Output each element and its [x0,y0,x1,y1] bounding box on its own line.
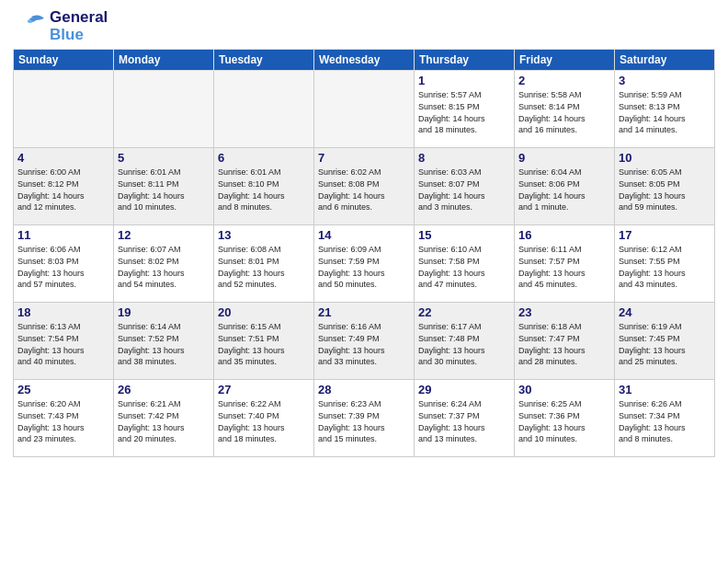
day-number: 25 [17,383,109,396]
table-cell: 9Sunrise: 6:04 AM Sunset: 8:06 PM Daylig… [515,148,615,225]
day-info: Sunrise: 6:02 AM Sunset: 8:08 PM Dayligh… [318,167,410,213]
day-number: 19 [118,305,210,319]
day-info: Sunrise: 6:05 AM Sunset: 8:05 PM Dayligh… [619,167,711,213]
day-number: 28 [318,383,410,396]
table-cell: 13Sunrise: 6:08 AM Sunset: 8:01 PM Dayli… [214,225,314,303]
day-info: Sunrise: 6:06 AM Sunset: 8:03 PM Dayligh… [17,244,109,290]
day-info: Sunrise: 6:20 AM Sunset: 7:43 PM Dayligh… [17,398,109,444]
day-number: 9 [518,151,610,165]
day-info: Sunrise: 5:59 AM Sunset: 8:13 PM Dayligh… [619,89,711,135]
header: General Blue [13,9,715,43]
day-info: Sunrise: 6:08 AM Sunset: 8:01 PM Dayligh… [218,244,310,290]
table-cell: 19Sunrise: 6:14 AM Sunset: 7:52 PM Dayli… [114,303,214,380]
day-info: Sunrise: 6:11 AM Sunset: 7:57 PM Dayligh… [518,244,610,290]
table-cell: 10Sunrise: 6:05 AM Sunset: 8:05 PM Dayli… [615,148,715,225]
day-number: 12 [118,228,210,242]
logo-icon [13,11,48,42]
day-number: 22 [418,305,510,319]
col-thursday: Thursday [415,50,515,71]
day-info: Sunrise: 6:04 AM Sunset: 8:06 PM Dayligh… [518,167,610,213]
day-info: Sunrise: 6:17 AM Sunset: 7:48 PM Dayligh… [418,321,510,367]
day-info: Sunrise: 6:26 AM Sunset: 7:34 PM Dayligh… [619,398,711,444]
logo: General Blue [13,9,108,43]
col-monday: Monday [114,50,214,71]
table-cell: 24Sunrise: 6:19 AM Sunset: 7:45 PM Dayli… [615,303,715,380]
day-info: Sunrise: 6:14 AM Sunset: 7:52 PM Dayligh… [118,321,210,367]
day-number: 1 [418,74,510,87]
day-number: 5 [118,151,210,165]
day-info: Sunrise: 6:18 AM Sunset: 7:47 PM Dayligh… [518,321,610,367]
table-cell: 2Sunrise: 5:58 AM Sunset: 8:14 PM Daylig… [515,71,615,148]
day-number: 3 [619,74,711,87]
day-number: 7 [318,151,410,165]
day-info: Sunrise: 5:57 AM Sunset: 8:15 PM Dayligh… [418,89,510,135]
table-cell: 18Sunrise: 6:13 AM Sunset: 7:54 PM Dayli… [14,303,114,380]
day-number: 21 [318,305,410,319]
table-cell: 28Sunrise: 6:23 AM Sunset: 7:39 PM Dayli… [314,380,415,457]
day-info: Sunrise: 6:16 AM Sunset: 7:49 PM Dayligh… [318,321,410,367]
day-info: Sunrise: 6:23 AM Sunset: 7:39 PM Dayligh… [318,398,410,444]
day-number: 2 [518,74,610,87]
col-sunday: Sunday [14,50,114,71]
table-cell: 22Sunrise: 6:17 AM Sunset: 7:48 PM Dayli… [415,303,515,380]
day-number: 31 [619,383,711,396]
day-info: Sunrise: 6:10 AM Sunset: 7:58 PM Dayligh… [418,244,510,290]
logo-general: General [50,9,108,27]
table-cell: 16Sunrise: 6:11 AM Sunset: 7:57 PM Dayli… [515,225,615,303]
day-number: 8 [418,151,510,165]
table-cell: 3Sunrise: 5:59 AM Sunset: 8:13 PM Daylig… [615,71,715,148]
table-cell: 25Sunrise: 6:20 AM Sunset: 7:43 PM Dayli… [14,380,114,457]
table-row: 4Sunrise: 6:00 AM Sunset: 8:12 PM Daylig… [14,148,715,225]
day-info: Sunrise: 6:22 AM Sunset: 7:40 PM Dayligh… [218,398,310,444]
day-info: Sunrise: 6:01 AM Sunset: 8:10 PM Dayligh… [218,167,310,213]
day-info: Sunrise: 6:00 AM Sunset: 8:12 PM Dayligh… [17,167,109,213]
table-cell: 21Sunrise: 6:16 AM Sunset: 7:49 PM Dayli… [314,303,415,380]
day-number: 23 [518,305,610,319]
day-number: 17 [619,228,711,242]
day-info: Sunrise: 6:19 AM Sunset: 7:45 PM Dayligh… [619,321,711,367]
table-cell: 30Sunrise: 6:25 AM Sunset: 7:36 PM Dayli… [515,380,615,457]
day-number: 29 [418,383,510,396]
day-number: 13 [218,228,310,242]
day-info: Sunrise: 6:01 AM Sunset: 8:11 PM Dayligh… [118,167,210,213]
day-info: Sunrise: 6:25 AM Sunset: 7:36 PM Dayligh… [518,398,610,444]
table-cell [314,71,415,148]
table-cell: 4Sunrise: 6:00 AM Sunset: 8:12 PM Daylig… [14,148,114,225]
day-info: Sunrise: 6:12 AM Sunset: 7:55 PM Dayligh… [619,244,711,290]
table-cell: 17Sunrise: 6:12 AM Sunset: 7:55 PM Dayli… [615,225,715,303]
day-number: 16 [518,228,610,242]
table-cell: 11Sunrise: 6:06 AM Sunset: 8:03 PM Dayli… [14,225,114,303]
day-info: Sunrise: 6:21 AM Sunset: 7:42 PM Dayligh… [118,398,210,444]
table-cell: 7Sunrise: 6:02 AM Sunset: 8:08 PM Daylig… [314,148,415,225]
table-cell: 5Sunrise: 6:01 AM Sunset: 8:11 PM Daylig… [114,148,214,225]
table-cell: 6Sunrise: 6:01 AM Sunset: 8:10 PM Daylig… [214,148,314,225]
day-info: Sunrise: 6:07 AM Sunset: 8:02 PM Dayligh… [118,244,210,290]
header-row: Sunday Monday Tuesday Wednesday Thursday… [14,50,715,71]
col-wednesday: Wednesday [314,50,415,71]
day-number: 10 [619,151,711,165]
day-number: 11 [17,228,109,242]
day-info: Sunrise: 5:58 AM Sunset: 8:14 PM Dayligh… [518,89,610,135]
day-info: Sunrise: 6:24 AM Sunset: 7:37 PM Dayligh… [418,398,510,444]
table-cell: 29Sunrise: 6:24 AM Sunset: 7:37 PM Dayli… [415,380,515,457]
table-cell: 27Sunrise: 6:22 AM Sunset: 7:40 PM Dayli… [214,380,314,457]
table-row: 25Sunrise: 6:20 AM Sunset: 7:43 PM Dayli… [14,380,715,457]
table-row: 1Sunrise: 5:57 AM Sunset: 8:15 PM Daylig… [14,71,715,148]
day-number: 26 [118,383,210,396]
day-number: 24 [619,305,711,319]
table-cell: 8Sunrise: 6:03 AM Sunset: 8:07 PM Daylig… [415,148,515,225]
day-number: 14 [318,228,410,242]
table-cell: 23Sunrise: 6:18 AM Sunset: 7:47 PM Dayli… [515,303,615,380]
day-number: 27 [218,383,310,396]
col-friday: Friday [515,50,615,71]
table-cell: 1Sunrise: 5:57 AM Sunset: 8:15 PM Daylig… [415,71,515,148]
table-cell [114,71,214,148]
col-saturday: Saturday [615,50,715,71]
day-number: 20 [218,305,310,319]
day-number: 4 [17,151,109,165]
table-cell [214,71,314,148]
calendar-table: Sunday Monday Tuesday Wednesday Thursday… [13,49,715,457]
table-cell: 15Sunrise: 6:10 AM Sunset: 7:58 PM Dayli… [415,225,515,303]
day-number: 18 [17,305,109,319]
day-info: Sunrise: 6:03 AM Sunset: 8:07 PM Dayligh… [418,167,510,213]
